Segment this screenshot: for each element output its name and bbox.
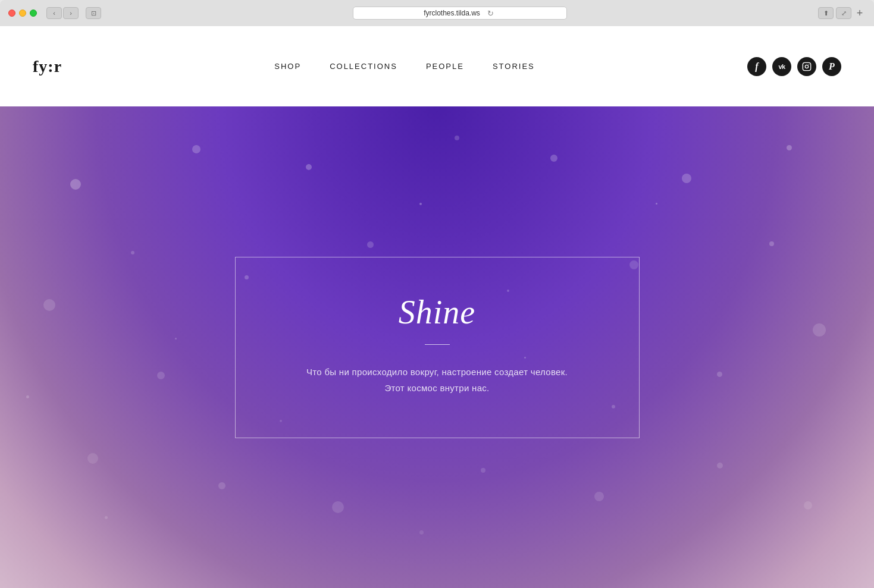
site-nav: SHOP COLLECTIONS PEOPLE STORIES (62, 62, 747, 71)
browser-titlebar: ‹ › ⊡ fyrclothes.tilda.ws ↻ ⬆ ⤢ + (0, 0, 874, 26)
pinterest-icon[interactable]: P (822, 57, 841, 76)
nav-stories[interactable]: STORIES (493, 62, 535, 71)
svg-rect-0 (803, 62, 810, 70)
nav-collections[interactable]: COLLECTIONS (330, 62, 397, 71)
site-header: fy:r SHOP COLLECTIONS PEOPLE STORIES f v… (0, 26, 874, 106)
browser-actions: ⬆ ⤢ + (818, 7, 866, 19)
nav-buttons: ‹ › (46, 7, 79, 19)
close-button[interactable] (8, 10, 15, 17)
facebook-icon[interactable]: f (747, 57, 766, 76)
hero-divider (425, 344, 450, 345)
hero-text: Что бы ни происходило вокруг, настроение… (306, 364, 568, 396)
hero-title: Shine (399, 293, 475, 331)
hero-section: Shine Что бы ни происходило вокруг, наст… (0, 106, 874, 588)
refresh-button[interactable]: ↻ (486, 8, 496, 18)
fullscreen-button[interactable]: ⤢ (836, 7, 851, 19)
window-mode-button[interactable]: ⊡ (86, 7, 101, 19)
vk-icon[interactable]: vk (772, 57, 791, 76)
traffic-lights (8, 10, 37, 17)
website: fy:r SHOP COLLECTIONS PEOPLE STORIES f v… (0, 26, 874, 588)
svg-point-1 (805, 65, 808, 68)
hero-content-box: Shine Что бы ни происходило вокруг, наст… (235, 257, 640, 438)
hero-line1: Что бы ни происходило вокруг, настроение… (306, 367, 568, 377)
instagram-icon[interactable] (797, 57, 816, 76)
new-tab-button[interactable]: + (854, 7, 866, 19)
share-button[interactable]: ⬆ (818, 7, 834, 19)
address-bar-container: fyrclothes.tilda.ws ↻ (106, 7, 813, 20)
site-logo[interactable]: fy:r (33, 58, 62, 75)
back-button[interactable]: ‹ (46, 7, 62, 19)
browser-chrome: ‹ › ⊡ fyrclothes.tilda.ws ↻ ⬆ ⤢ + (0, 0, 874, 26)
social-icons: f vk P (747, 57, 841, 76)
hero-line2: Этот космос внутри нас. (384, 383, 489, 393)
nav-people[interactable]: PEOPLE (426, 62, 464, 71)
address-bar[interactable]: fyrclothes.tilda.ws ↻ (353, 7, 567, 20)
url-text: fyrclothes.tilda.ws (424, 9, 480, 17)
nav-shop[interactable]: SHOP (274, 62, 301, 71)
maximize-button[interactable] (30, 10, 37, 17)
forward-button[interactable]: › (63, 7, 79, 19)
svg-point-2 (809, 64, 809, 64)
minimize-button[interactable] (19, 10, 26, 17)
